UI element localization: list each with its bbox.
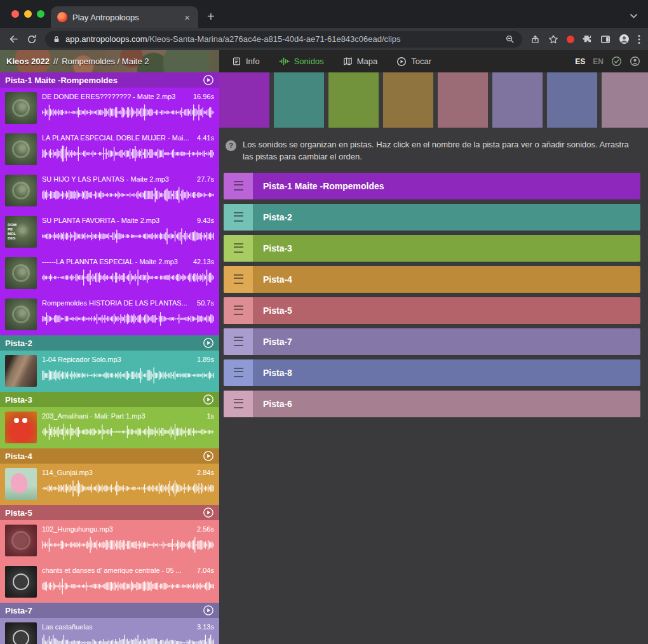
clip-waveform <box>42 366 214 385</box>
clip-item[interactable]: ------LA PLANNTA ESPECIAL - Maite 2.mp34… <box>0 253 219 294</box>
clip-item[interactable]: ROM PE MOL DESSU PLANTA FAVORITA - Maite… <box>0 211 219 253</box>
drag-handle-icon <box>234 212 243 222</box>
window-controls <box>11 10 44 18</box>
track-row[interactable]: Pista-5 <box>224 297 640 324</box>
tab-info[interactable]: Info <box>232 57 260 66</box>
clip-name: SU HIJO Y LAS PLANTAS - Maite 2.mp3 <box>42 175 169 184</box>
track-color-swatch <box>602 72 648 128</box>
track-row[interactable]: Pista-8 <box>224 359 640 386</box>
track-row[interactable]: Pista-2 <box>224 204 640 231</box>
clip-duration: 9.43s <box>197 216 214 225</box>
clip-body: chants et danses d' amerique centrale - … <box>42 566 214 598</box>
play-track-button[interactable] <box>203 450 214 462</box>
clip-body: Rompemoldes HISTORIA DE LAS PLANTAS...50… <box>42 299 214 330</box>
track-row[interactable]: Pista-4 <box>224 266 640 293</box>
drag-handle[interactable] <box>224 204 253 231</box>
clip-body: 114_Gunjai.mp32.84s <box>42 468 214 500</box>
drag-handle[interactable] <box>224 391 253 417</box>
recording-extension-icon[interactable] <box>567 36 574 43</box>
play-track-button[interactable] <box>203 507 214 518</box>
clip-item[interactable]: Rompemoldes HISTORIA DE LAS PLANTAS...50… <box>0 294 219 335</box>
drag-handle[interactable] <box>224 359 253 386</box>
window-minimize-button[interactable] <box>24 10 32 18</box>
clip-item[interactable]: DE DONDE ERES???????? - Maite 2.mp316.96… <box>0 88 219 129</box>
account-icon[interactable] <box>630 56 640 67</box>
track-header[interactable]: Pista-2 <box>0 335 219 351</box>
track-name: Pista-3 <box>5 395 32 405</box>
tab-tocar[interactable]: Tocar <box>396 57 431 67</box>
clip-item[interactable]: 114_Gunjai.mp32.84s <box>0 464 219 505</box>
track-row-name: Pista-3 <box>253 235 292 262</box>
clip-name: 102_Hunguhungu.mp3 <box>42 525 113 533</box>
play-track-icon <box>203 74 214 86</box>
clip-item[interactable]: LA PLANTA ESPECIAL DOBLE MUJER - Mai...4… <box>0 129 219 170</box>
tab-info-label: Info <box>246 57 260 66</box>
tab-search-chevron-icon[interactable] <box>630 13 638 19</box>
clip-thumbnail <box>5 622 37 644</box>
window-close-button[interactable] <box>11 10 19 18</box>
status-check-icon[interactable] <box>611 56 622 67</box>
play-track-button[interactable] <box>203 337 214 349</box>
track-header[interactable]: Pista-4 <box>0 448 219 464</box>
side-panel-icon[interactable] <box>600 34 611 44</box>
play-track-button[interactable] <box>203 74 214 86</box>
tab-tocar-label: Tocar <box>411 57 431 66</box>
drag-handle-icon <box>234 181 243 191</box>
track-header[interactable]: Pista-3 <box>0 392 219 407</box>
track-row[interactable]: Pista-6 <box>224 391 640 417</box>
clip-item[interactable]: chants et danses d' amerique centrale - … <box>0 561 219 603</box>
play-track-button[interactable] <box>203 394 214 405</box>
window-zoom-button[interactable] <box>37 10 44 18</box>
reload-icon[interactable] <box>27 34 37 44</box>
clip-duration: 42.13s <box>193 257 214 266</box>
sidebar-track: Pista-5102_Hunguhungu.mp32.56schants et … <box>0 505 219 603</box>
clip-item[interactable]: 203_Amalihani - Mali: Part 1.mp31s <box>0 407 219 448</box>
bookmark-star-icon[interactable] <box>548 34 558 44</box>
back-icon[interactable] <box>8 34 18 44</box>
clip-duration: 1s <box>206 412 214 420</box>
help-icon: ? <box>226 140 236 151</box>
track-row-name: Pista-1 Maite -Rompemoldes <box>253 173 384 199</box>
track-row[interactable]: Pista-7 <box>224 328 640 355</box>
drag-handle[interactable] <box>224 235 253 262</box>
clip-body: Las castañuelas3.13s <box>42 622 214 644</box>
track-header[interactable]: Pista-5 <box>0 505 219 520</box>
drag-handle[interactable] <box>224 297 253 324</box>
track-color-swatch <box>492 72 543 128</box>
tab-sonidos-label: Sonidos <box>294 57 324 66</box>
track-header[interactable]: Pista-1 Maite -Rompemoldes <box>0 72 219 88</box>
clip-item[interactable]: 1-04 Repicador Solo.mp31.89s <box>0 351 219 392</box>
lang-es-button[interactable]: ES <box>575 57 585 66</box>
clip-item[interactable]: 102_Hunguhungu.mp32.56s <box>0 520 219 561</box>
browser-tab[interactable]: Play Antropoloops × <box>51 6 198 28</box>
browser-menu-kebab-icon[interactable] <box>638 34 640 44</box>
clip-duration: 1.89s <box>197 355 214 364</box>
drag-handle-icon <box>234 337 243 346</box>
breadcrumb[interactable]: Kleos 2022 // Rompemoldes / Maite 2 <box>0 50 219 72</box>
clip-thumbnail <box>5 133 37 165</box>
play-track-button[interactable] <box>203 605 214 616</box>
tab-sonidos[interactable]: Sonidos <box>279 57 324 66</box>
new-tab-button[interactable]: + <box>207 10 215 23</box>
clip-duration: 27.7s <box>197 175 214 184</box>
address-bar[interactable]: app.antropoloops.com/Kleos-Santa-Marina/… <box>45 31 522 48</box>
track-header[interactable]: Pista-7 <box>0 603 219 618</box>
clip-item[interactable]: SU HIJO Y LAS PLANTAS - Maite 2.mp327.7s <box>0 170 219 211</box>
track-row[interactable]: Pista-1 Maite -Rompemoldes <box>224 173 640 199</box>
clip-body: ------LA PLANNTA ESPECIAL - Maite 2.mp34… <box>42 257 214 289</box>
drag-handle[interactable] <box>224 173 253 199</box>
tab-close-icon[interactable]: × <box>182 12 192 23</box>
clip-body: 102_Hunguhungu.mp32.56s <box>42 525 214 556</box>
extensions-puzzle-icon[interactable] <box>583 34 592 44</box>
drag-handle[interactable] <box>224 266 253 293</box>
clip-item[interactable]: Las castañuelas3.13s <box>0 618 219 644</box>
drag-handle[interactable] <box>224 328 253 355</box>
lang-en-button[interactable]: EN <box>593 57 604 66</box>
profile-avatar-icon[interactable] <box>619 34 630 44</box>
tab-mapa[interactable]: Mapa <box>343 57 378 66</box>
track-row[interactable]: Pista-3 <box>224 235 640 262</box>
share-icon[interactable] <box>530 34 540 44</box>
clip-duration: 4.41s <box>197 133 214 142</box>
zoom-indicator-icon[interactable] <box>505 34 515 44</box>
clip-name: SU PLANTA FAVORITA - Maite 2.mp3 <box>42 216 159 225</box>
